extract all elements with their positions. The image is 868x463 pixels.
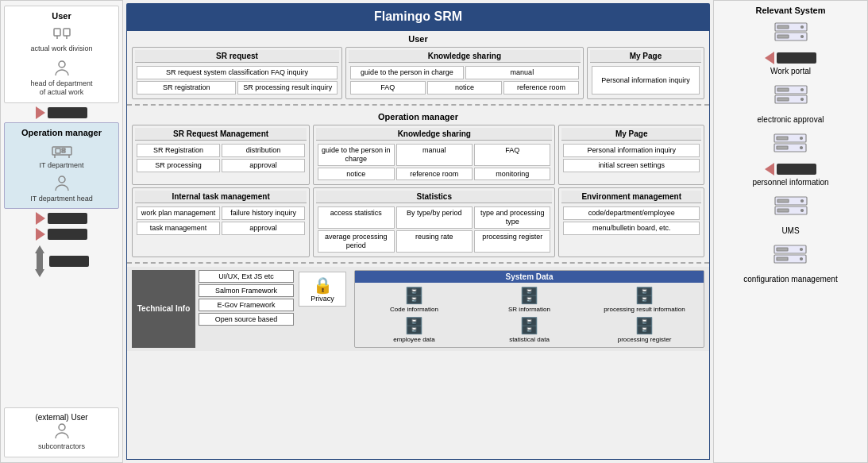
- svg-rect-6: [56, 149, 60, 153]
- work-plan-cell: work plan management: [137, 206, 220, 220]
- svg-point-34: [800, 210, 803, 212]
- arrow-up-icon: [35, 245, 44, 253]
- svg-point-39: [800, 249, 803, 251]
- arrow-left-icon2: [765, 163, 774, 176]
- my-page-title-op: My Page: [561, 128, 701, 141]
- distribution-cell: distribution: [222, 144, 305, 157]
- db-label-processing: processing result information: [604, 306, 685, 314]
- sr-processing-cell: SR processing: [137, 159, 220, 172]
- initial-screen-cell: initial screen settings: [563, 159, 700, 172]
- my-page-module-op: My Page Personal information inquiry ini…: [558, 125, 704, 185]
- black-bar2: [48, 213, 87, 224]
- black-bar3: [48, 229, 87, 240]
- relevant-system-title: Relevant System: [755, 6, 825, 15]
- actual-work-division-label: actual work division: [10, 44, 114, 54]
- sr-processing-result-cell: SR processing result inquiry: [237, 81, 337, 95]
- it-dept-label: IT department: [10, 161, 114, 171]
- work-portal-arrow-row: [765, 52, 816, 64]
- approval-cell: approval: [222, 159, 305, 172]
- work-portal-label: Work portal: [770, 66, 811, 76]
- lock-icon: 🔒: [313, 276, 333, 295]
- notice-op-cell: notice: [318, 168, 394, 181]
- user-modules-row: SR request SR request system classificat…: [132, 47, 704, 99]
- svg-rect-18: [777, 35, 789, 38]
- work-portal-icon: [773, 21, 808, 50]
- reference-room-op-cell: reference room: [396, 168, 473, 181]
- user-main-title: User: [132, 34, 704, 44]
- knowledge-sharing-cells: guide to the person in charge manual FAQ…: [349, 64, 581, 96]
- db-icon-3: 🗄️: [404, 316, 424, 335]
- guide-person-op-cell: guide to the person in charge: [318, 144, 394, 166]
- op-manager-main-title: Operation manager: [132, 112, 704, 122]
- ums-icon: [773, 195, 808, 224]
- sr-request-title: SR request: [135, 50, 339, 63]
- op-manager-arrow-conn1: [4, 212, 119, 225]
- dept-head-label: head of departmentof actual work: [10, 79, 114, 98]
- tech-info-title: Technical Info: [137, 304, 191, 313]
- sr-request-cells: SR request system classification FAQ inq…: [135, 64, 339, 96]
- technical-info-label: Technical Info: [132, 270, 195, 348]
- knowledge-sharing-module-op: Knowledge sharing guide to the person in…: [313, 125, 555, 185]
- type-processing-cell: type and processing type: [474, 206, 550, 229]
- db-icon-0: 🗄️: [404, 286, 424, 305]
- svg-rect-42: [777, 257, 788, 260]
- reusing-rate-cell: reusing rate: [396, 230, 473, 253]
- vert-bar: [37, 253, 43, 269]
- svg-point-22: [800, 98, 803, 101]
- op-manager-title: Operation manager: [10, 128, 114, 137]
- faq-cell: FAQ: [350, 81, 426, 95]
- user-title: User: [10, 11, 114, 21]
- op-manager-section-left: Operation manager IT department IT depar…: [4, 122, 119, 209]
- ks-op-row2: notice reference room monitoring: [318, 168, 550, 181]
- ks-row2: FAQ notice reference room: [350, 81, 579, 95]
- db-icon-1: 🗄️: [519, 286, 539, 305]
- op-row2: Internal task management work plan manag…: [132, 187, 704, 257]
- svg-rect-8: [62, 151, 65, 152]
- electronic-approval-label: electronic approval: [758, 114, 824, 125]
- sr-mgmt-row2: SR processing approval: [137, 159, 305, 172]
- by-type-period-cell: By type/by period: [396, 206, 473, 229]
- svg-point-4: [59, 61, 65, 68]
- technical-section: Technical Info UI/UX, Ext JS etc Salmon …: [127, 267, 709, 351]
- op-manager-arrow-conn2: [4, 228, 119, 241]
- tech-list: UI/UX, Ext JS etc Salmon Framework E-Gov…: [199, 270, 294, 326]
- sr-request-mgmt-module: SR Request Management SR Registration di…: [132, 125, 310, 185]
- stats-row1: access statistics By type/by period type…: [318, 206, 550, 229]
- svg-rect-41: [777, 248, 788, 251]
- vert-arrow-section: [4, 245, 119, 277]
- knowledge-sharing-module-user: Knowledge sharing guide to the person in…: [345, 47, 584, 99]
- task-mgmt-cell: task management: [137, 222, 220, 235]
- svg-rect-23: [777, 88, 789, 91]
- svg-point-15: [800, 26, 803, 29]
- my-page-op-cells: Personal information inquiry initial scr…: [561, 142, 701, 174]
- sr-registration-cell: SR registration: [137, 81, 236, 95]
- db-item-3: 🗄️ employee data: [358, 316, 470, 344]
- code-dept-cell: code/department/employee: [563, 206, 700, 220]
- tech-item-3: Open source based: [199, 313, 294, 326]
- main-content: User SR request SR request system classi…: [126, 30, 710, 460]
- ks-op-cells: guide to the person in charge manual FAQ…: [316, 142, 552, 182]
- sr-request-cell1: SR request system classification FAQ inq…: [137, 66, 338, 79]
- black-bar: [48, 107, 87, 118]
- notice-cell: notice: [427, 81, 503, 95]
- op-manager-main-section: Operation manager SR Request Management …: [127, 109, 709, 259]
- manual-op-cell: manual: [396, 144, 473, 166]
- tech-item-0: UI/UX, Ext JS etc: [199, 270, 294, 283]
- knowledge-sharing-title-user: Knowledge sharing: [349, 50, 581, 63]
- approval2-cell: approval: [222, 222, 305, 235]
- db-label-code: Code information: [390, 306, 438, 314]
- privacy-label: Privacy: [311, 295, 334, 303]
- access-stats-cell: access statistics: [318, 206, 394, 229]
- my-page-cells: Personal information inquiry: [590, 64, 701, 96]
- my-page-module-user: My Page Personal information inquiry: [587, 47, 704, 99]
- personnel-arrow-row: [765, 163, 816, 176]
- internal-task-cells: work plan management failure history inq…: [135, 205, 307, 237]
- tech-item-2: E-Gov Framework: [199, 299, 294, 311]
- svg-rect-35: [777, 199, 789, 203]
- internal-row2: task management approval: [137, 222, 305, 235]
- ums-label: UMS: [781, 226, 799, 236]
- electronic-approval-item: electronic approval: [758, 84, 824, 125]
- personnel-info-label: personnel information: [752, 177, 828, 187]
- ext-user-section: (external) User subcontractors: [4, 407, 119, 457]
- stats-row2: average processing period reusing rate p…: [318, 230, 550, 253]
